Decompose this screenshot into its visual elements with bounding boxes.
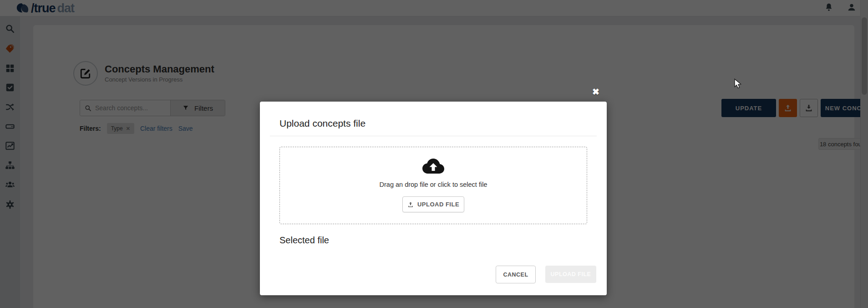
select-file-button-label: UPLOAD FILE <box>417 201 459 208</box>
submit-upload-button[interactable]: UPLOAD FILE <box>545 266 596 283</box>
cancel-button[interactable]: CANCEL <box>496 266 536 283</box>
modal-close-icon[interactable]: ✖ <box>592 87 599 96</box>
modal-title: Upload concepts file <box>279 118 365 129</box>
modal-divider <box>270 136 597 136</box>
selected-file-heading: Selected file <box>279 235 329 246</box>
upload-concepts-modal: Upload concepts file Drag an drop file o… <box>260 102 607 295</box>
cloud-upload-icon <box>421 157 445 178</box>
select-file-button[interactable]: UPLOAD FILE <box>402 196 464 212</box>
app-root: /truedat <box>0 0 868 308</box>
file-dropzone[interactable]: Drag an drop file or click to select fil… <box>279 147 587 224</box>
dropzone-instruction: Drag an drop file or click to select fil… <box>280 181 587 188</box>
upload-icon <box>407 201 414 208</box>
modal-footer: CANCEL UPLOAD FILE <box>496 266 596 283</box>
